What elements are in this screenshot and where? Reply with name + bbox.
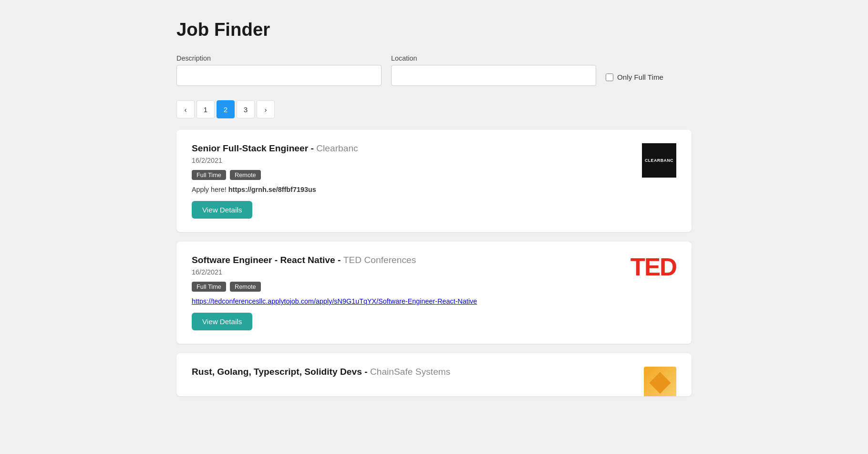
job-logo-1: TED: [630, 255, 676, 279]
job-content-0: Senior Full-Stack Engineer - Clearbanc 1…: [192, 143, 630, 219]
job-tag-fulltime-1: Full Time: [192, 282, 226, 292]
job-title-1: Software Engineer - React Native - TED C…: [192, 255, 619, 265]
job-date-1: 16/2/2021: [192, 268, 619, 276]
job-content-1: Software Engineer - React Native - TED C…: [192, 255, 619, 330]
chainsafe-diamond-icon: [649, 372, 671, 393]
job-apply-link-0[interactable]: https://grnh.se/8ffbf7193us: [228, 186, 316, 193]
job-company-0: Clearbanc: [316, 143, 358, 153]
pagination: ‹ 1 2 3 ›: [176, 100, 692, 118]
job-title-text-2: Rust, Golang, Typescript, Solidity Devs: [192, 367, 362, 377]
job-tags-1: Full Time Remote: [192, 282, 619, 292]
job-tags-0: Full Time Remote: [192, 170, 630, 180]
description-input[interactable]: [176, 65, 382, 86]
view-details-button-1[interactable]: View Details: [192, 313, 252, 330]
job-title-2: Rust, Golang, Typescript, Solidity Devs …: [192, 367, 632, 377]
job-card-2: Rust, Golang, Typescript, Solidity Devs …: [176, 353, 692, 396]
page-1-button[interactable]: 1: [196, 100, 215, 118]
location-field-group: Location: [391, 54, 596, 86]
chainsafe-logo: [644, 367, 676, 396]
next-page-button[interactable]: ›: [257, 100, 275, 118]
only-full-time-label[interactable]: Only Full Time: [617, 73, 663, 81]
description-label: Description: [176, 54, 382, 62]
page-title: Job Finder: [176, 19, 692, 40]
job-title-0: Senior Full-Stack Engineer - Clearbanc: [192, 143, 630, 154]
page-3-button[interactable]: 3: [237, 100, 255, 118]
only-full-time-checkbox[interactable]: [606, 74, 613, 81]
view-details-button-0[interactable]: View Details: [192, 201, 252, 219]
job-apply-link-1[interactable]: https://tedconferencesllc.applytojob.com…: [192, 297, 477, 305]
job-company-2: ChainSafe Systems: [370, 367, 451, 377]
ted-logo: TED: [630, 255, 676, 279]
location-label: Location: [391, 54, 596, 62]
job-card-1: Software Engineer - React Native - TED C…: [176, 242, 692, 344]
job-separator-1: -: [338, 255, 343, 265]
job-title-text-0: Senior Full-Stack Engineer: [192, 143, 308, 153]
prev-page-button[interactable]: ‹: [176, 100, 195, 118]
job-separator-2: -: [364, 367, 370, 377]
clearbanc-logo: CLEARBANC: [642, 143, 676, 178]
only-full-time-group: Only Full Time: [606, 73, 663, 86]
job-company-1: TED Conferences: [343, 255, 416, 265]
page-2-button[interactable]: 2: [217, 100, 235, 118]
location-input[interactable]: [391, 65, 596, 86]
job-apply-0: Apply here! https://grnh.se/8ffbf7193us: [192, 186, 630, 193]
job-card-0: Senior Full-Stack Engineer - Clearbanc 1…: [176, 130, 692, 232]
search-form: Description Location Only Full Time: [176, 54, 692, 86]
job-tag-remote-1: Remote: [230, 282, 261, 292]
job-apply-prefix-0: Apply here!: [192, 186, 227, 193]
job-tag-fulltime-0: Full Time: [192, 170, 226, 180]
job-separator-0: -: [311, 143, 317, 153]
description-field-group: Description: [176, 54, 382, 86]
job-title-text-1: Software Engineer - React Native: [192, 255, 335, 265]
job-date-0: 16/2/2021: [192, 157, 630, 164]
job-logo-2: [644, 367, 676, 396]
job-tag-remote-0: Remote: [230, 170, 261, 180]
job-logo-0: CLEARBANC: [642, 143, 676, 178]
job-content-2: Rust, Golang, Typescript, Solidity Devs …: [192, 367, 632, 380]
job-apply-1: https://tedconferencesllc.applytojob.com…: [192, 297, 619, 305]
